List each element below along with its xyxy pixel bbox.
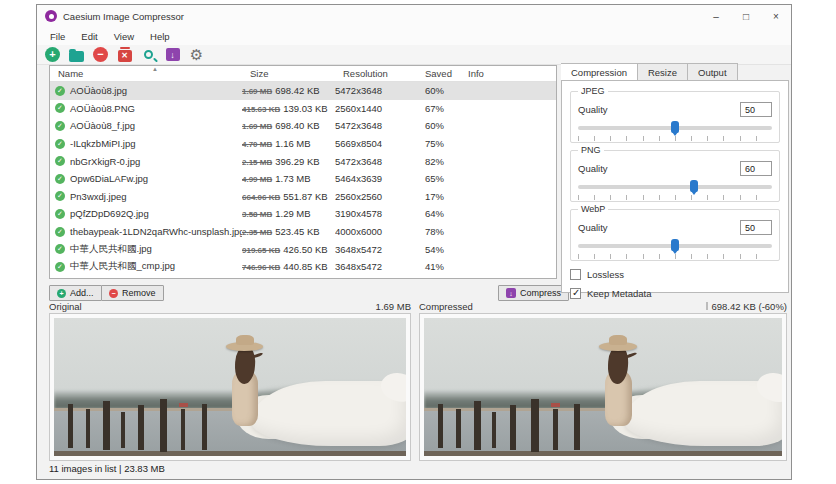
file-resolution: 3648x5472 [335,261,417,272]
compress-button[interactable]: ↓ Compress [498,285,569,301]
original-size: 4.99 MB [242,175,272,184]
compressed-check-icon: ✓ [55,156,65,166]
maximize-button[interactable]: □ [731,5,761,27]
saved-percent: 75% [417,138,460,149]
table-row[interactable]: ✓ 中華人民共和國_cmp.jpg 746.96 KB440.85 KB 364… [50,258,556,276]
keep-metadata-checkbox[interactable] [570,288,581,299]
file-resolution: 3190x4578 [335,208,417,219]
file-name: 中華人民共和國.jpg [70,243,152,256]
webp-slider-handle[interactable] [671,239,679,251]
webp-quality-spinbox[interactable]: 50 [740,220,772,235]
jpeg-quality-label: Quality [578,104,608,115]
minimize-button[interactable]: – [701,5,731,27]
jpeg-group-label: JPEG [578,86,608,96]
jpeg-quality-slider[interactable] [578,126,772,130]
original-size: 1.69 MB [242,87,272,96]
png-quality-spinbox[interactable]: 60 [740,161,772,176]
png-group-label: PNG [578,145,604,155]
table-row[interactable]: ✓ nbGrXkigR-0.jpg 2.15 MB396.29 KB 5472x… [50,152,556,170]
compressed-size: 1.73 MB [275,173,310,184]
menu-file[interactable]: File [42,31,73,42]
table-row[interactable]: ✓ thebaypeak-1LDN2qaRWhc-unsplash.jpg 2.… [50,223,556,241]
close-button[interactable]: × [761,5,791,27]
webp-slider-ticks [578,254,772,259]
settings-tab[interactable]: Resize [638,63,688,81]
compress-box-icon[interactable]: ↓ [165,47,180,62]
compressed-size-label: 698.42 KB (-60%) [597,301,787,312]
original-size: 2.35 MB [242,228,272,237]
column-header-saved[interactable]: Saved [417,66,460,81]
settings-gear-icon[interactable]: ⚙ [189,47,204,62]
compressed-check-icon: ✓ [55,103,65,113]
png-quality-slider[interactable] [578,185,772,189]
column-header-info[interactable]: Info [460,66,556,81]
remove-button-label: Remove [122,288,156,298]
status-bar: 11 images in list | 23.83 MB [49,463,165,474]
lossless-checkbox[interactable] [570,269,581,280]
file-name: AOÜàoù8.PNG [70,103,135,114]
png-group: PNG Quality 60 [570,150,780,202]
compressed-check-icon: ✓ [55,121,65,131]
settings-tab[interactable]: Output [688,63,738,81]
table-row[interactable]: ✓ Opw6DiaLAFw.jpg 4.99 MB1.73 MB 5464x36… [50,170,556,188]
column-header-resolution[interactable]: Resolution [335,66,417,81]
menu-edit[interactable]: Edit [73,31,105,42]
column-header-name[interactable]: Name [50,66,242,81]
menu-view[interactable]: View [106,31,142,42]
table-row[interactable]: ✓ -ILqkzbMiPI.jpg 4.70 MB1.16 MB 5669x85… [50,135,556,153]
table-row[interactable]: ✓ 中華人民共和國.jpg 919.65 KB426.50 KB 3648x54… [50,240,556,258]
table-row[interactable]: ✓ Pn3wxdj.jpeg 664.06 KB551.87 KB 2560x2… [50,188,556,206]
compressed-check-icon: ✓ [55,174,65,184]
add-button[interactable]: + Add... [49,285,102,301]
app-logo-icon [45,10,57,22]
window-title: Caesium Image Compressor [63,11,184,22]
file-resolution: 5669x8504 [335,138,417,149]
settings-tabs: Compression Resize Output [561,63,738,81]
window-controls: – □ × [701,5,791,27]
tab-label: Resize [648,67,677,78]
file-resolution: 5472x3648 [335,120,417,131]
file-table: Name Size Resolution Saved Info ▲ ✓ AOÜà… [49,65,557,279]
title-bar[interactable]: Caesium Image Compressor – □ × [37,5,791,27]
minus-icon: − [109,289,118,298]
table-row[interactable]: ✓ AOÜàoù8_f.jpg 1.69 MB698.40 KB 5472x36… [50,117,556,135]
file-name: -ILqkzbMiPI.jpg [70,138,135,149]
compressed-size: 396.29 KB [275,156,319,167]
compressed-label: Compressed [419,301,473,312]
compression-panel: JPEG Quality 50 PNG Quality 60 [561,80,789,293]
add-folder-icon[interactable] [69,47,84,62]
compressed-check-icon: ✓ [55,86,65,96]
menu-help[interactable]: Help [142,31,178,42]
settings-tab[interactable]: Compression [561,63,638,81]
preview-magnifier-icon[interactable] [141,47,156,62]
original-preview[interactable] [49,313,411,461]
remove-button[interactable]: − Remove [101,285,164,301]
compressed-check-icon: ✓ [55,209,65,219]
saved-percent: 65% [417,173,460,184]
clear-list-trash-icon[interactable]: ✕ [117,47,132,62]
original-size: 3.58 MB [242,210,272,219]
remove-file-icon[interactable]: − [93,47,108,62]
jpeg-slider-handle[interactable] [671,121,679,133]
original-label: Original [49,301,82,312]
webp-quality-slider[interactable] [578,244,772,248]
original-size: 1.69 MB [242,122,272,131]
table-row[interactable]: ✓ AOÜàoù8.PNG 415.63 KB139.03 KB 2560x14… [50,100,556,118]
lossless-label: Lossless [587,269,624,280]
add-files-icon[interactable]: + [45,47,60,62]
compressed-size: 1.16 MB [275,138,310,149]
column-header-size[interactable]: Size [242,66,335,81]
file-name: AOÜàoù8_f.jpg [70,120,135,131]
screenshot-canvas: Caesium Image Compressor – □ × File Edit… [0,0,836,484]
saved-percent: 54% [417,244,460,255]
table-row[interactable]: ✓ AOÜàoù8.jpg 1.69 MB698.42 KB 5472x3648… [50,82,556,100]
original-size: 4.70 MB [242,140,272,149]
file-resolution: 4000x6000 [335,226,417,237]
compressed-preview[interactable] [419,313,787,461]
table-row[interactable]: ✓ pQfZDpD692Q.jpg 3.58 MB1.29 MB 3190x45… [50,205,556,223]
jpeg-quality-spinbox[interactable]: 50 [740,102,772,117]
saved-percent: 60% [417,120,460,131]
file-name: AOÜàoù8.jpg [70,85,127,96]
add-button-label: Add... [70,288,94,298]
png-slider-handle[interactable] [690,180,698,192]
